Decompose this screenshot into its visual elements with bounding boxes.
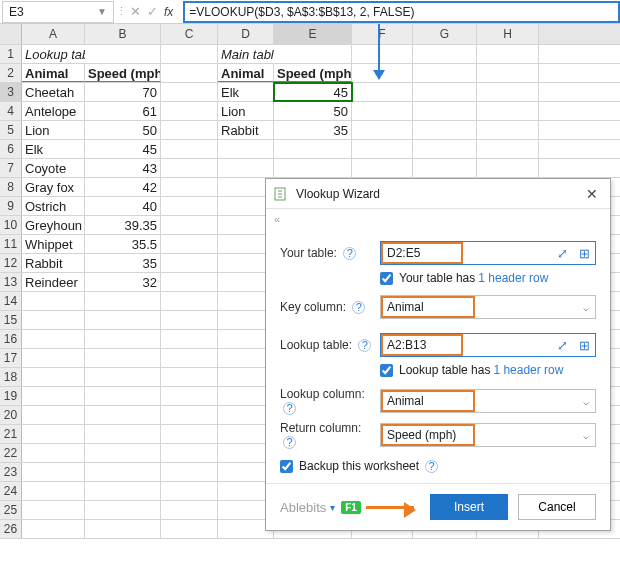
row-head[interactable]: 16 — [0, 330, 22, 348]
cell[interactable]: Reindeer — [22, 273, 85, 291]
cell[interactable] — [22, 501, 85, 519]
cell[interactable] — [85, 425, 161, 443]
cell[interactable] — [161, 520, 218, 538]
insert-button[interactable]: Insert — [430, 494, 508, 520]
cell[interactable] — [22, 425, 85, 443]
row-head[interactable]: 10 — [0, 216, 22, 234]
row-head[interactable]: 24 — [0, 482, 22, 500]
chevron-down-icon[interactable]: ⌵ — [583, 430, 589, 441]
cell[interactable] — [85, 444, 161, 462]
cell[interactable] — [85, 292, 161, 310]
cell[interactable] — [352, 83, 413, 101]
cell[interactable] — [161, 178, 218, 196]
row-head[interactable]: 17 — [0, 349, 22, 367]
cell[interactable]: 32 — [85, 273, 161, 291]
row-head[interactable]: 25 — [0, 501, 22, 519]
cell[interactable] — [218, 140, 274, 158]
your-table-value[interactable]: D2:E5 — [381, 242, 463, 264]
help-icon[interactable]: ? — [358, 339, 371, 352]
cell[interactable]: 35 — [85, 254, 161, 272]
row-head[interactable]: 20 — [0, 406, 22, 424]
cell[interactable] — [22, 463, 85, 481]
cell[interactable] — [477, 159, 539, 177]
row-head[interactable]: 1 — [0, 45, 22, 63]
f1-badge[interactable]: F1 — [341, 501, 361, 514]
your-table-header-checkbox[interactable] — [380, 272, 393, 285]
cell[interactable] — [352, 159, 413, 177]
fx-icon[interactable]: fx — [164, 5, 177, 19]
dialog-titlebar[interactable]: Vlookup Wizard ✕ — [266, 179, 610, 209]
cell[interactable] — [413, 45, 477, 63]
col-head-e[interactable]: E — [274, 24, 352, 44]
cell[interactable] — [85, 520, 161, 538]
cell[interactable] — [22, 368, 85, 386]
header-row-link[interactable]: 1 header row — [478, 271, 548, 285]
col-head-d[interactable]: D — [218, 24, 274, 44]
cell[interactable] — [413, 159, 477, 177]
chevron-down-icon[interactable]: ▼ — [97, 6, 107, 17]
cell[interactable]: 61 — [85, 102, 161, 120]
lookup-column-select[interactable]: Animal ⌵ — [380, 389, 596, 413]
row-head[interactable]: 6 — [0, 140, 22, 158]
row-head[interactable]: 14 — [0, 292, 22, 310]
row-head[interactable]: 8 — [0, 178, 22, 196]
row-head[interactable]: 23 — [0, 463, 22, 481]
your-table-input[interactable]: D2:E5 ⤢ ⊞ — [380, 241, 596, 265]
cell[interactable] — [477, 45, 539, 63]
cell[interactable]: Rabbit — [22, 254, 85, 272]
cell[interactable]: Antelope — [22, 102, 85, 120]
row-head[interactable]: 11 — [0, 235, 22, 253]
cell[interactable]: Whippet — [22, 235, 85, 253]
backup-checkbox[interactable] — [280, 460, 293, 473]
cell[interactable]: 40 — [85, 197, 161, 215]
cell[interactable] — [85, 406, 161, 424]
cell[interactable] — [352, 102, 413, 120]
cell[interactable]: 45 — [274, 83, 352, 101]
row-head[interactable]: 13 — [0, 273, 22, 291]
row-head[interactable]: 26 — [0, 520, 22, 538]
cell[interactable]: 35.5 — [85, 235, 161, 253]
cell[interactable] — [161, 311, 218, 329]
cell[interactable] — [85, 349, 161, 367]
cell[interactable] — [161, 425, 218, 443]
cell[interactable] — [352, 45, 413, 63]
cell[interactable] — [161, 197, 218, 215]
cell[interactable] — [161, 368, 218, 386]
row-head[interactable]: 19 — [0, 387, 22, 405]
cell[interactable]: 43 — [85, 159, 161, 177]
cell[interactable] — [274, 140, 352, 158]
row-head[interactable]: 3 — [0, 83, 22, 101]
col-head-c[interactable]: C — [161, 24, 218, 44]
help-icon[interactable]: ? — [352, 301, 365, 314]
cell[interactable] — [22, 406, 85, 424]
cell[interactable] — [477, 83, 539, 101]
cell[interactable] — [22, 520, 85, 538]
chevron-down-icon[interactable]: ⌵ — [583, 302, 589, 313]
cell[interactable] — [161, 330, 218, 348]
cell[interactable] — [22, 349, 85, 367]
cell[interactable]: Cheetah — [22, 83, 85, 101]
close-icon[interactable]: ✕ — [582, 184, 602, 204]
cell[interactable] — [413, 121, 477, 139]
cell[interactable]: Speed (mph) — [274, 64, 352, 82]
cell[interactable]: Elk — [218, 83, 274, 101]
cell[interactable] — [161, 121, 218, 139]
row-head[interactable]: 2 — [0, 64, 22, 82]
cell[interactable]: Speed (mph) — [85, 64, 161, 82]
row-head[interactable]: 7 — [0, 159, 22, 177]
cancel-button[interactable]: Cancel — [518, 494, 596, 520]
cell[interactable]: Main table — [218, 45, 274, 63]
cell[interactable] — [161, 273, 218, 291]
cell[interactable]: 35 — [274, 121, 352, 139]
cell[interactable]: Rabbit — [218, 121, 274, 139]
cell[interactable] — [477, 64, 539, 82]
cell[interactable] — [161, 140, 218, 158]
cell[interactable] — [161, 159, 218, 177]
cell[interactable] — [85, 482, 161, 500]
cell[interactable]: Lion — [22, 121, 85, 139]
header-row-link[interactable]: 1 header row — [493, 363, 563, 377]
cell[interactable]: Ostrich — [22, 197, 85, 215]
cell[interactable] — [85, 501, 161, 519]
cell[interactable]: Lookup table — [22, 45, 85, 63]
collapse-range-icon[interactable]: ⤢ — [551, 242, 573, 264]
